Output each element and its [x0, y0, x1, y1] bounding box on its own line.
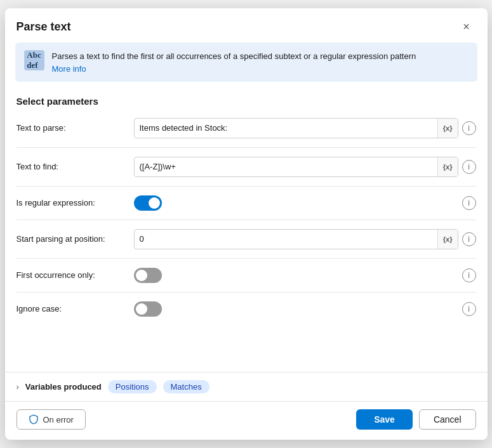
- toggle-thumb-ignore-case: [136, 303, 147, 315]
- chevron-right-icon[interactable]: ›: [17, 382, 19, 392]
- info-icon-start-position[interactable]: i: [462, 232, 476, 246]
- dialog-title: Parse text: [17, 20, 71, 34]
- input-start-position[interactable]: [135, 230, 437, 247]
- info-icon-is-regex[interactable]: i: [462, 196, 476, 210]
- toggle-track-first-occurrence: [134, 268, 162, 283]
- control-start-position: {x} i: [134, 229, 476, 249]
- var-badge-start-position: {x}: [437, 230, 458, 249]
- cancel-button[interactable]: Cancel: [419, 409, 476, 430]
- info-icon-text-to-find[interactable]: i: [462, 160, 476, 174]
- toggle-ignore-case[interactable]: [134, 301, 162, 317]
- dialog-footer: On error Save Cancel: [5, 401, 488, 440]
- parse-text-dialog: Parse text × Abcdef Parses a text to fin…: [5, 8, 488, 440]
- info-icon-first-occurrence[interactable]: i: [462, 268, 476, 282]
- variables-produced-row: › Variables produced Positions Matches: [5, 372, 488, 401]
- param-row-start-position: Start parsing at position: {x} i: [17, 223, 476, 256]
- info-banner: Abcdef Parses a text to find the first o…: [15, 43, 477, 82]
- control-first-occurrence: i: [134, 268, 476, 283]
- param-row-text-to-parse: Text to parse: {x} i: [17, 112, 476, 145]
- toggle-thumb-is-regex: [149, 197, 160, 209]
- footer-right-buttons: Save Cancel: [356, 409, 475, 430]
- label-first-occurrence: First occurrence only:: [17, 270, 128, 280]
- input-wrap-text-to-parse[interactable]: {x}: [134, 118, 458, 138]
- save-button[interactable]: Save: [356, 409, 413, 430]
- control-text-to-parse: {x} i: [134, 118, 476, 138]
- control-text-to-find: {x} i: [134, 157, 476, 177]
- input-text-to-parse[interactable]: [135, 119, 437, 136]
- shield-icon: [29, 414, 39, 425]
- label-start-position: Start parsing at position:: [17, 234, 128, 244]
- param-row-first-occurrence: First occurrence only: i: [17, 261, 476, 289]
- param-row-text-to-find: Text to find: {x} i: [17, 150, 476, 183]
- titlebar: Parse text ×: [5, 8, 488, 43]
- abc-icon: Abcdef: [24, 50, 44, 70]
- toggle-track-ignore-case: [134, 301, 162, 317]
- banner-description: Parses a text to find the first or all o…: [52, 51, 416, 61]
- label-text-to-parse: Text to parse:: [17, 123, 128, 133]
- control-is-regex: i: [134, 195, 476, 211]
- section-title: Select parameters: [5, 88, 488, 112]
- info-icon-text-to-parse[interactable]: i: [462, 121, 476, 135]
- toggle-first-occurrence[interactable]: [134, 268, 162, 283]
- params-area: Text to parse: {x} i Text to find: {x} i: [5, 112, 488, 372]
- var-badge-text-to-parse: {x}: [437, 119, 458, 138]
- label-ignore-case: Ignore case:: [17, 304, 128, 313]
- input-wrap-text-to-find[interactable]: {x}: [134, 157, 458, 177]
- chip-matches: Matches: [163, 380, 209, 393]
- toggle-thumb-first-occurrence: [136, 270, 147, 281]
- banner-text-block: Parses a text to find the first or all o…: [52, 50, 416, 74]
- close-button[interactable]: ×: [457, 17, 476, 36]
- label-is-regex: Is regular expression:: [17, 198, 128, 208]
- more-info-link[interactable]: More info: [52, 64, 86, 74]
- var-badge-text-to-find: {x}: [437, 157, 458, 176]
- input-text-to-find[interactable]: [135, 158, 437, 175]
- toggle-is-regex[interactable]: [134, 195, 162, 211]
- param-row-ignore-case: Ignore case: i: [17, 295, 476, 323]
- control-ignore-case: i: [134, 301, 476, 317]
- label-text-to-find: Text to find:: [17, 162, 128, 171]
- input-wrap-start-position[interactable]: {x}: [134, 229, 458, 249]
- variables-produced-label: Variables produced: [25, 382, 102, 392]
- chip-positions: Positions: [108, 380, 157, 393]
- on-error-button[interactable]: On error: [17, 409, 86, 430]
- info-icon-ignore-case[interactable]: i: [462, 302, 476, 316]
- on-error-label: On error: [43, 415, 74, 425]
- toggle-track-is-regex: [134, 195, 162, 211]
- param-row-is-regex: Is regular expression: i: [17, 189, 476, 217]
